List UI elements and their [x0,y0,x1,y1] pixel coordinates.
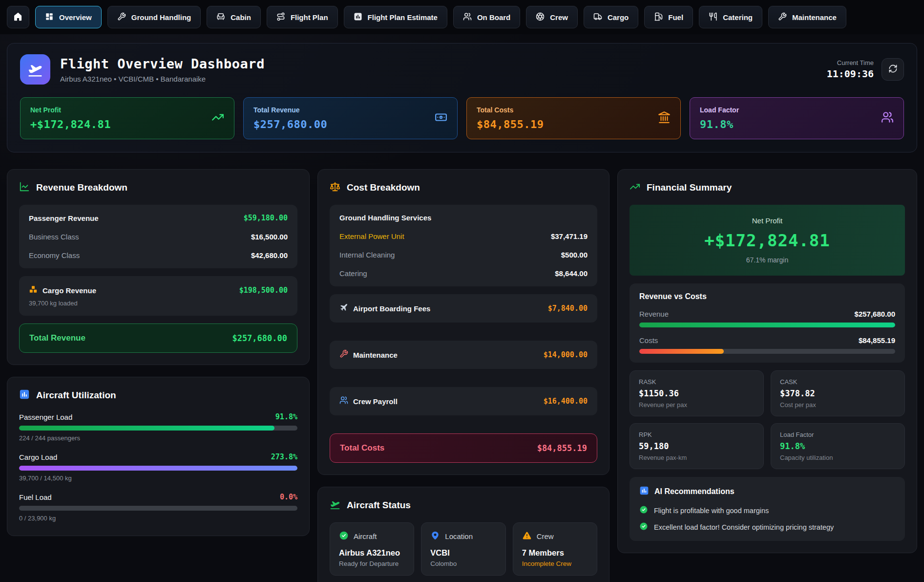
page-subtitle: Airbus A321neo • VCBI/CMB • Bandaranaike [60,75,265,83]
app-plane-takeoff-icon [20,54,50,85]
metric-value: $378.82 [780,388,896,398]
metric-label: RASK [639,378,755,386]
users-icon [339,396,348,407]
card-title: Revenue vs Costs [639,292,895,301]
nav-home-button[interactable] [7,6,29,28]
nav-tab-on-board[interactable]: On Board [453,6,520,28]
page-title: Flight Overview Dashboard [60,56,265,71]
row-label: Airport Boarding Fees [353,304,430,313]
top-nav: Overview Ground Handling Cabin Flight Pl… [0,0,924,34]
net-profit-box: Net Profit +$172,824.81 67.1% margin [630,205,905,276]
nav-tab-cabin[interactable]: Cabin [207,6,261,28]
row-label: Passenger Revenue [29,214,99,222]
metric-label: Load Factor [780,431,896,438]
row-value: $14,000.00 [544,350,588,359]
status-value: VCBI [430,548,496,558]
util-pct: 273.8% [271,453,297,461]
check-circle-icon [339,531,349,542]
util-label: Cargo Load [19,453,57,461]
users-icon [463,12,472,22]
row-value: $16,400.00 [544,397,588,406]
row-label: Economy Class [29,251,80,259]
cargo-note: 39,700 kg loaded [29,300,288,307]
stat-cards-row: Net Profit +$172,824.81 Total Revenue $2… [20,97,904,139]
progress-fill [19,426,274,431]
progress-track [19,466,297,471]
cost-row-boarding-fees: Airport Boarding Fees $7,840.00 [330,294,597,323]
ground-handling-card: Ground Handling Services External Power … [330,205,597,286]
cost-row-maintenance: Maintenance $14,000.00 [330,341,597,369]
net-profit-label: Net Profit [641,216,893,225]
nav-label: Maintenance [792,13,837,22]
row-value: $8,644.00 [555,269,588,278]
ai-recommendation-item: Excellent load factor! Consider optimizi… [639,522,895,532]
trending-up-icon [630,181,640,194]
nav-tab-flight-plan[interactable]: Flight Plan [267,6,338,28]
progress-track [19,506,297,511]
metric-grid: RASK $1150.36 Revenue per pax CASK $378.… [630,370,905,469]
nav-label: Crew [550,13,568,22]
nav-label: Cabin [231,13,251,22]
bar-value: $257,680.00 [855,310,895,318]
bar-value: $84,855.19 [859,336,895,345]
passenger-revenue-card: Passenger Revenue$59,180.00 Business Cla… [19,205,297,268]
stat-card-load-factor: Load Factor 91.8% [690,97,904,139]
dashboard-icon [45,12,54,22]
home-icon [13,12,23,23]
chart-line-icon [19,181,30,194]
revenue-vs-costs-card: Revenue vs Costs Revenue$257,680.00 Cost… [630,283,905,363]
panel-title: Financial Summary [647,182,732,193]
hero-panel: Flight Overview Dashboard Airbus A321neo… [7,43,917,152]
status-sub: Colombo [430,560,496,567]
util-sub: 0 / 23,900 kg [19,515,297,522]
metric-card-rpk: RPK 59,180 Revenue pax-km [630,423,764,469]
refresh-button[interactable] [882,58,904,81]
nav-label: Flight Plan [291,13,328,22]
stat-value: $84,855.19 [477,118,671,130]
trending-up-icon [211,111,224,126]
cargo-revenue-card: Cargo Revenue $198,500.00 39,700 kg load… [19,276,297,316]
wrench-icon [117,12,126,22]
stat-label: Total Revenue [253,106,447,114]
seat-icon [216,12,225,22]
nav-tab-overview[interactable]: Overview [35,6,102,28]
nav-label: Overview [59,13,92,22]
metric-label: CASK [780,378,896,386]
nav-tab-maintenance[interactable]: Maintenance [768,6,846,28]
progress-track [639,323,895,327]
row-label: Catering [339,269,367,278]
progress-fill [639,349,724,354]
aperture-icon [536,12,545,22]
cost-row-crew-payroll: Crew Payroll $16,400.00 [330,387,597,415]
row-label: Maintenance [353,351,398,359]
wrench-icon [339,349,348,360]
row-value: $37,471.19 [551,232,588,240]
financial-summary-panel: Financial Summary Net Profit +$172,824.8… [617,169,917,553]
net-profit-margin: 67.1% margin [641,256,893,264]
progress-track [639,349,895,354]
nav-tab-catering[interactable]: Catering [699,6,762,28]
progress-track [19,426,297,431]
boxes-icon [29,285,38,296]
nav-tab-crew[interactable]: Crew [526,6,578,28]
wrench-icon [778,12,787,22]
total-value: $257,680.00 [232,333,287,343]
status-label: Crew [537,532,554,540]
current-time-value: 11:09:36 [827,68,874,80]
nav-tab-cargo[interactable]: Cargo [584,6,638,28]
banknote-icon [435,111,447,126]
group-header: Ground Handling Services [339,214,431,222]
route-icon [276,12,285,22]
panel-title: Aircraft Utilization [36,390,116,401]
nav-tab-ground-handling[interactable]: Ground Handling [107,6,201,28]
scale-icon [330,181,340,194]
bar-label: Revenue [639,310,669,318]
stat-label: Net Profit [30,106,224,114]
ai-recommendation-item: Flight is profitable with good margins [639,505,895,516]
row-value: $59,180.00 [244,214,288,222]
nav-tab-flight-plan-estimate[interactable]: Flight Plan Estimate [344,6,447,28]
row-value: $16,500.00 [251,233,288,241]
bar-label: Costs [639,336,658,345]
nav-tab-fuel[interactable]: Fuel [644,6,693,28]
row-value: $500.00 [561,251,588,259]
